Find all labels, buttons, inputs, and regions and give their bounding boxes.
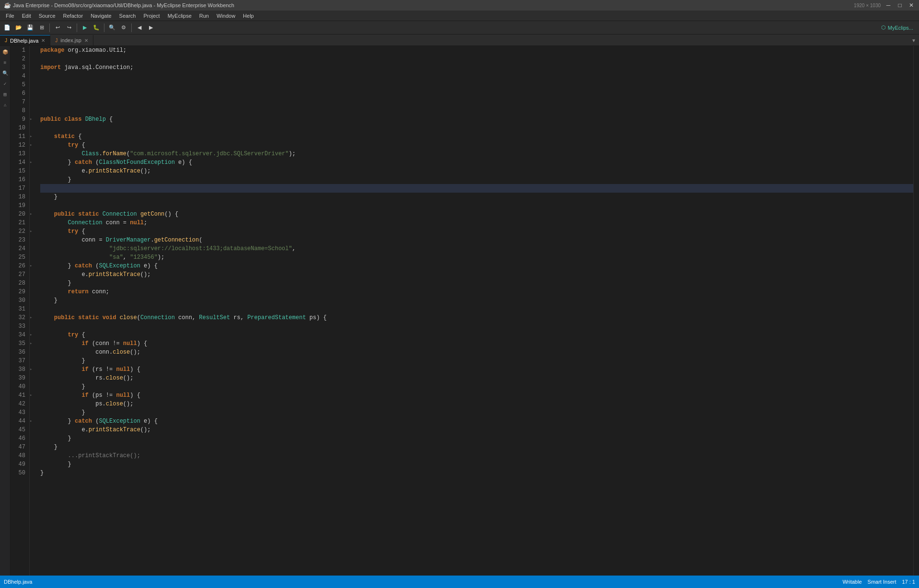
menu-project[interactable]: Project [139,11,163,21]
code-line-8[interactable] [40,106,913,115]
collapse-icon-32[interactable]: ▸ [30,315,32,320]
menu-refactor[interactable]: Refactor [59,11,87,21]
redo-button[interactable]: ↪ [64,23,74,33]
code-line-5[interactable] [40,81,913,89]
code-line-23[interactable]: conn = DriverManager.getConnection( [40,236,913,244]
code-line-4[interactable] [40,72,913,81]
sidebar-package-icon[interactable]: 📦 [1,48,10,57]
code-line-7[interactable] [40,98,913,106]
code-line-25[interactable]: "sa", "123456"); [40,253,913,262]
code-line-44[interactable]: } catch (SQLException e) { [40,417,913,426]
code-line-38[interactable]: if (rs != null) { [40,365,913,374]
menu-search[interactable]: Search [115,11,140,21]
code-line-33[interactable] [40,322,913,331]
tab-index[interactable]: J index.jsp ✕ [50,35,93,46]
maximize-button[interactable]: □ [896,1,904,9]
code-line-45[interactable]: e.printStackTrace(); [40,426,913,434]
tab-dbhelp-close[interactable]: ✕ [41,38,45,43]
menu-navigate[interactable]: Navigate [87,11,115,21]
collapse-icon-20[interactable]: ▸ [30,212,32,217]
code-line-17[interactable] [40,184,913,193]
menu-edit[interactable]: Edit [18,11,35,21]
menu-file[interactable]: File [2,11,18,21]
code-line-47[interactable]: } [40,443,913,451]
code-line-29[interactable]: return conn; [40,288,913,296]
collapse-icon-11[interactable]: ▸ [30,134,32,139]
menu-run[interactable]: Run [195,11,213,21]
code-line-39[interactable]: rs.close(); [40,374,913,382]
code-line-34[interactable]: try { [40,331,913,339]
refactor-button[interactable]: ⚙ [118,23,129,33]
code-line-20[interactable]: public static Connection getConn() { [40,210,913,219]
code-line-32[interactable]: public static void close(Connection conn… [40,313,913,322]
save-button[interactable]: 💾 [25,23,35,33]
collapse-icon-35[interactable]: ▸ [30,341,32,346]
code-line-46[interactable]: } [40,434,913,443]
sidebar-search-icon[interactable]: 🔍 [1,69,10,78]
collapse-icon-26[interactable]: ▸ [30,264,32,268]
code-line-30[interactable]: } [40,296,913,305]
code-line-36[interactable]: conn.close(); [40,348,913,357]
code-line-43[interactable]: } [40,408,913,417]
menu-source[interactable]: Source [35,11,59,21]
collapse-icon-22[interactable]: ▸ [30,229,32,234]
collapse-icon-44[interactable]: ▸ [30,419,32,424]
code-line-11[interactable]: static { [40,132,913,141]
code-editor[interactable]: package org.xiaomao.Util; import java.sq… [36,46,913,576]
tab-dbhelp[interactable]: J DBhelp.java ✕ [0,35,50,46]
code-line-31[interactable] [40,305,913,313]
sidebar-console-icon[interactable]: ▤ [1,90,10,99]
next-button[interactable]: ▶ [146,23,156,33]
code-line-27[interactable]: e.printStackTrace(); [40,270,913,279]
code-line-6[interactable] [40,89,913,98]
collapse-icon-14[interactable]: ▸ [30,160,32,165]
search-button[interactable]: 🔍 [107,23,117,33]
open-button[interactable]: 📂 [13,23,24,33]
collapse-icon-12[interactable]: ▸ [30,143,32,148]
scrollbar[interactable] [913,46,919,576]
code-line-18[interactable]: } [40,193,913,201]
tab-index-close[interactable]: ✕ [84,38,88,43]
code-line-50[interactable]: } [40,469,913,477]
code-line-41[interactable]: if (ps != null) { [40,391,913,400]
code-line-21[interactable]: Connection conn = null; [40,219,913,227]
save-all-button[interactable]: ⊞ [36,23,47,33]
code-line-19[interactable] [40,201,913,210]
code-line-37[interactable]: } [40,357,913,365]
code-line-3[interactable]: import java.sql.Connection; [40,63,913,72]
code-line-26[interactable]: } catch (SQLException e) { [40,262,913,270]
minimize-button[interactable]: ─ [885,1,892,9]
code-line-28[interactable]: } [40,279,913,288]
menu-window[interactable]: Window [213,11,239,21]
code-line-14[interactable]: } catch (ClassNotFoundException e) { [40,158,913,167]
collapse-icon-34[interactable]: ▸ [30,333,32,337]
collapse-icon-38[interactable]: ▸ [30,367,32,372]
collapse-icon-41[interactable]: ▸ [30,393,32,398]
close-button[interactable]: ✕ [908,1,915,9]
code-line-16[interactable]: } [40,175,913,184]
code-line-2[interactable] [40,55,913,63]
code-line-13[interactable]: Class.forName("com.microsoft.sqlserver.j… [40,150,913,158]
code-line-40[interactable]: } [40,382,913,391]
code-line-9[interactable]: public class DBhelp { [40,115,913,124]
code-line-48[interactable]: ...printStackTrace(); [40,451,913,460]
run-button[interactable]: ▶ [80,23,90,33]
code-line-49[interactable]: } [40,460,913,469]
code-line-24[interactable]: "jdbc:sqlserver://localhost:1433;databas… [40,244,913,253]
debug-button[interactable]: 🐛 [91,23,102,33]
menu-help[interactable]: Help [239,11,258,21]
code-line-1[interactable]: package org.xiaomao.Util; [40,46,913,55]
undo-button[interactable]: ↩ [52,23,63,33]
new-button[interactable]: 📄 [2,23,12,33]
sidebar-problems-icon[interactable]: ⚠ [1,101,10,109]
prev-button[interactable]: ◀ [134,23,145,33]
code-line-10[interactable] [40,124,913,132]
sidebar-tasks-icon[interactable]: ✓ [1,80,10,88]
code-line-35[interactable]: if (conn != null) { [40,339,913,348]
code-line-12[interactable]: try { [40,141,913,150]
tabs-options[interactable]: ▼ [908,35,919,46]
sidebar-outline-icon[interactable]: ≡ [1,58,10,67]
code-line-42[interactable]: ps.close(); [40,400,913,408]
menu-myeclipse[interactable]: MyEclipse [164,11,195,21]
code-line-15[interactable]: e.printStackTrace(); [40,167,913,175]
